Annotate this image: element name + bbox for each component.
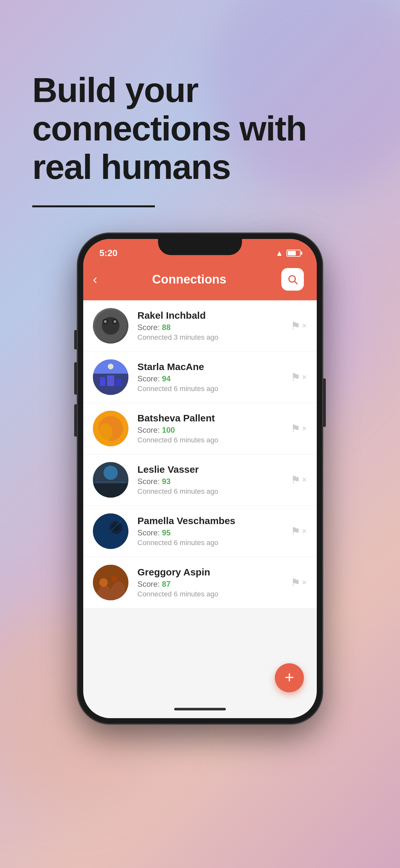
flag-icon: ⚑ <box>291 473 300 486</box>
flag-icon: ⚑ <box>291 371 300 383</box>
flag-icon: ⚑ <box>291 422 300 435</box>
svg-point-23 <box>112 524 120 531</box>
volume-down-button <box>74 404 77 437</box>
page-content: Build your connections with real humans … <box>0 0 400 724</box>
remove-icon: ✕ <box>302 579 307 586</box>
connection-name: Starla MacAne <box>137 361 291 372</box>
status-icons: ▲ <box>275 249 301 258</box>
avatar <box>93 308 128 344</box>
connection-name: Rakel Inchbald <box>137 310 291 321</box>
search-button[interactable] <box>281 268 304 290</box>
back-button[interactable]: ‹ <box>93 273 97 286</box>
connection-info: Leslie Vasser Score: 93 Connected 6 minu… <box>137 464 291 496</box>
connection-time: Connected 6 minutes ago <box>137 538 291 547</box>
connection-info: Rakel Inchbald Score: 88 Connected 3 min… <box>137 310 291 342</box>
avatar <box>93 462 128 498</box>
connection-score: Score: 95 <box>137 528 291 537</box>
svg-point-16 <box>98 423 112 441</box>
volume-up-button <box>74 362 77 395</box>
list-item[interactable]: Leslie Vasser Score: 93 Connected 6 minu… <box>83 454 317 506</box>
flag-icon: ⚑ <box>291 576 300 589</box>
connection-score: Score: 100 <box>137 426 291 435</box>
connection-name: Batsheva Pallent <box>137 413 291 424</box>
power-button <box>323 378 326 427</box>
flag-button[interactable]: ⚑ ✕ <box>291 422 307 435</box>
status-time: 5:20 <box>99 248 118 258</box>
remove-icon: ✕ <box>302 425 307 432</box>
connection-info: Starla MacAne Score: 94 Connected 6 minu… <box>137 361 291 393</box>
connection-time: Connected 6 minutes ago <box>137 436 291 444</box>
avatar <box>93 411 128 446</box>
svg-point-26 <box>99 578 108 587</box>
hero-title: Build your connections with real humans <box>32 71 368 186</box>
list-item[interactable]: Pamella Veschambes Score: 95 Connected 6… <box>83 506 317 557</box>
plus-icon: + <box>285 669 294 685</box>
screen-title: Connections <box>152 273 227 286</box>
remove-icon: ✕ <box>302 527 307 535</box>
avatar <box>93 360 128 395</box>
flag-button[interactable]: ⚑ ✕ <box>291 473 307 486</box>
connection-time: Connected 6 minutes ago <box>137 384 291 393</box>
connection-score: Score: 94 <box>137 374 291 383</box>
svg-rect-11 <box>107 376 114 386</box>
svg-rect-12 <box>116 379 122 386</box>
flag-button[interactable]: ⚑ ✕ <box>291 525 307 538</box>
svg-point-19 <box>104 466 118 480</box>
flag-button[interactable]: ⚑ ✕ <box>291 576 307 589</box>
flag-button[interactable]: ⚑ ✕ <box>291 371 307 383</box>
home-indicator <box>174 708 226 710</box>
list-item[interactable]: Rakel Inchbald Score: 88 Connected 3 min… <box>83 300 317 352</box>
remove-icon: ✕ <box>302 476 307 484</box>
svg-point-27 <box>111 577 117 582</box>
avatar <box>93 514 128 549</box>
svg-rect-10 <box>100 377 105 386</box>
add-connection-button[interactable]: + <box>275 663 304 692</box>
phone-mockup: 5:20 ▲ ‹ Connections <box>32 233 368 724</box>
mute-button <box>74 330 77 349</box>
svg-rect-20 <box>96 482 125 483</box>
svg-point-13 <box>108 364 113 370</box>
connection-score: Score: 88 <box>137 323 291 332</box>
list-item[interactable]: Greggory Aspin Score: 87 Connected 6 min… <box>83 557 317 609</box>
svg-line-1 <box>295 282 297 284</box>
connection-info: Batsheva Pallent Score: 100 Connected 6 … <box>137 413 291 444</box>
phone-screen: 5:20 ▲ ‹ Connections <box>83 239 317 718</box>
connection-info: Pamella Veschambes Score: 95 Connected 6… <box>137 516 291 547</box>
flag-button[interactable]: ⚑ ✕ <box>291 319 307 332</box>
connection-name: Leslie Vasser <box>137 464 291 475</box>
battery-icon <box>287 250 301 257</box>
connection-info: Greggory Aspin Score: 87 Connected 6 min… <box>137 567 291 598</box>
wifi-icon: ▲ <box>275 249 283 258</box>
connection-score: Score: 93 <box>137 477 291 486</box>
connections-list: Rakel Inchbald Score: 88 Connected 3 min… <box>83 300 317 609</box>
avatar <box>93 565 128 600</box>
flag-icon: ⚑ <box>291 525 300 538</box>
connection-time: Connected 6 minutes ago <box>137 590 291 598</box>
connection-time: Connected 3 minutes ago <box>137 333 291 342</box>
phone-frame: 5:20 ▲ ‹ Connections <box>77 233 323 724</box>
svg-point-7 <box>113 320 116 323</box>
connection-name: Pamella Veschambes <box>137 516 291 526</box>
svg-rect-18 <box>93 484 128 498</box>
list-item[interactable]: Batsheva Pallent Score: 100 Connected 6 … <box>83 403 317 454</box>
list-item[interactable]: Starla MacAne Score: 94 Connected 6 minu… <box>83 352 317 403</box>
connection-score: Score: 87 <box>137 580 291 589</box>
remove-icon: ✕ <box>302 322 307 330</box>
svg-point-6 <box>104 320 107 323</box>
connection-time: Connected 6 minutes ago <box>137 487 291 496</box>
remove-icon: ✕ <box>302 373 307 381</box>
app-header: ‹ Connections <box>83 261 317 300</box>
flag-icon: ⚑ <box>291 319 300 332</box>
connection-name: Greggory Aspin <box>137 567 291 578</box>
divider <box>32 206 155 207</box>
phone-notch <box>158 239 242 255</box>
battery-fill <box>288 251 296 255</box>
